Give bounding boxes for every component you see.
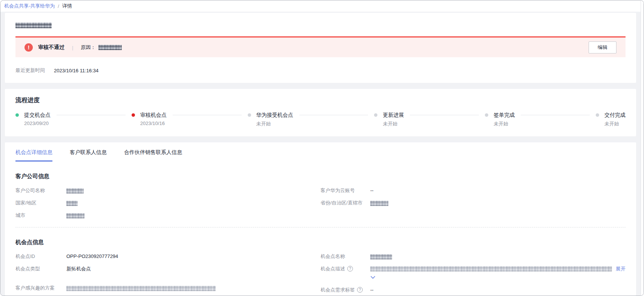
step-connector xyxy=(173,115,242,115)
tab-opportunity-detail[interactable]: 机会点详细信息 xyxy=(15,149,52,162)
last-updated-value: 2023/10/16 11:16:34 xyxy=(54,68,98,73)
step-label: 提交机会点 xyxy=(24,112,51,118)
step-review: 审核机会点 2023/10/16 xyxy=(132,111,167,126)
redacted-country xyxy=(66,201,78,206)
expand-link[interactable]: 展开 xyxy=(616,265,626,273)
reason-label: 原因： xyxy=(81,44,95,51)
step-connector xyxy=(57,115,126,115)
step-huawei-accept: 华为接受机会点 未开始 xyxy=(248,111,293,127)
fields-left-column: 机会点ID OPP-PO230920777294 机会点类型 新拓机会点 客户感… xyxy=(15,253,320,296)
field-label: 客户感兴趣的方案 xyxy=(15,284,66,292)
step-pending-dot-icon xyxy=(248,113,251,117)
row-spacer xyxy=(15,278,320,284)
redacted-company-name xyxy=(66,188,84,194)
redacted-opportunity-name xyxy=(370,254,392,259)
field-label: 客户公司名称 xyxy=(15,187,66,194)
field-company-name: 客户公司名称 xyxy=(15,187,320,194)
breadcrumb-separator: / xyxy=(58,3,59,9)
field-label: 机会点类型 xyxy=(15,265,66,273)
step-current-dot-icon xyxy=(132,113,135,117)
cloud-account-value: -- xyxy=(370,187,626,194)
step-update-progress: 更新进展 未开始 xyxy=(374,111,404,127)
breadcrumb-current: 详情 xyxy=(62,3,72,9)
process-progress-card: 流程进度 提交机会点 2023/09/20 审核机会点 2023/10/16 xyxy=(5,89,636,136)
field-label: 机会点描述 xyxy=(320,265,345,273)
exclamation-icon: ! xyxy=(25,43,33,52)
redacted-description xyxy=(370,266,612,272)
last-updated-row: 最近更新时间 2023/10/16 11:16:34 xyxy=(15,67,626,74)
help-icon[interactable]: ? xyxy=(347,266,353,272)
step-date: 未开始 xyxy=(256,121,293,127)
step-connector xyxy=(410,115,479,115)
breadcrumb: 机会点共享-共享给华为 / 详情 xyxy=(0,0,644,12)
tab-customer-contact[interactable]: 客户联系人信息 xyxy=(70,149,107,162)
step-pending-dot-icon xyxy=(374,113,377,117)
redacted-interested-solution xyxy=(66,286,216,291)
progress-title: 流程进度 xyxy=(15,96,626,104)
progress-steps: 提交机会点 2023/09/20 审核机会点 2023/10/16 xyxy=(15,111,626,127)
field-opportunity-description: 机会点描述 ? 展开 xyxy=(320,265,626,281)
redacted-city xyxy=(66,213,84,218)
step-sign-complete: 签单完成 未开始 xyxy=(485,111,515,127)
chevron-down-icon[interactable] xyxy=(370,276,376,279)
section-divider xyxy=(15,227,626,227)
field-cloud-account: 客户华为云账号 -- xyxy=(320,187,626,194)
demand-tag-value: -- xyxy=(370,286,626,294)
step-connector xyxy=(299,115,368,115)
field-label: 城市 xyxy=(15,212,66,219)
last-updated-label: 最近更新时间 xyxy=(15,67,45,74)
field-label: 机会点需求标签 xyxy=(320,286,355,294)
customer-company-fields: 客户公司名称 国家/地区 城市 客户华为云账号 -- xyxy=(15,187,626,224)
tab-partner-sales-contact[interactable]: 合作伙伴销售联系人信息 xyxy=(124,149,182,162)
step-done-dot-icon xyxy=(15,113,19,117)
page-content: ! 审核不通过 | 原因： 编辑 最近更新时间 2023/10/16 11:16… xyxy=(0,12,644,296)
field-opportunity-id: 机会点ID OPP-PO230920777294 xyxy=(15,253,320,260)
step-date: 未开始 xyxy=(494,121,515,127)
field-country: 国家/地区 xyxy=(15,199,320,207)
opportunity-fields: 机会点ID OPP-PO230920777294 机会点类型 新拓机会点 客户感… xyxy=(15,253,626,296)
edit-button[interactable]: 编辑 xyxy=(589,41,616,53)
redacted-province xyxy=(370,201,388,206)
review-rejected-alert: ! 审核不通过 | 原因： 编辑 xyxy=(15,36,626,57)
summary-card: ! 审核不通过 | 原因： 编辑 最近更新时间 2023/10/16 11:16… xyxy=(5,13,636,83)
field-label: 机会点ID xyxy=(15,253,66,260)
opportunity-type-value: 新拓机会点 xyxy=(66,265,320,273)
opportunity-title-redacted xyxy=(15,23,52,28)
field-label: 省份/自治区/直辖市 xyxy=(320,199,370,207)
field-demand-tag: 机会点需求标签 ? -- xyxy=(320,286,626,294)
opportunity-id-value: OPP-PO230920777294 xyxy=(66,253,320,260)
reason-value-redacted xyxy=(98,45,122,50)
review-status-text: 审核不通过 xyxy=(38,44,64,51)
scrollbar[interactable] xyxy=(641,0,644,296)
detail-tabs: 机会点详细信息 客户联系人信息 合作伙伴销售联系人信息 xyxy=(15,149,626,162)
step-pending-dot-icon xyxy=(485,113,488,117)
step-label: 交付完成 xyxy=(604,112,626,118)
step-label: 签单完成 xyxy=(494,112,515,118)
fields-left-column: 客户公司名称 国家/地区 城市 xyxy=(15,187,320,224)
app-window: 机会点共享-共享给华为 / 详情 ! 审核不通过 | 原因： 编辑 最近更新时间… xyxy=(0,0,644,296)
step-label: 华为接受机会点 xyxy=(256,112,293,118)
field-province: 省份/自治区/直辖市 xyxy=(320,199,626,207)
field-label: 客户华为云账号 xyxy=(320,187,370,194)
step-delivery-complete: 交付完成 未开始 xyxy=(596,111,626,127)
step-date: 未开始 xyxy=(604,121,626,127)
fields-right-column: 客户华为云账号 -- 省份/自治区/直辖市 xyxy=(320,187,626,224)
breadcrumb-link-opportunity-share[interactable]: 机会点共享-共享给华为 xyxy=(4,3,55,9)
opportunity-section-title: 机会点信息 xyxy=(15,239,626,246)
step-connector xyxy=(521,115,590,115)
field-interested-solution: 客户感兴趣的方案 xyxy=(15,284,320,292)
field-opportunity-type: 机会点类型 新拓机会点 xyxy=(15,265,320,273)
help-icon[interactable]: ? xyxy=(357,287,363,293)
step-submit: 提交机会点 2023/09/20 xyxy=(15,111,51,126)
step-label: 审核机会点 xyxy=(140,112,167,118)
alert-divider: | xyxy=(72,45,73,50)
field-label: 机会点名称 xyxy=(320,253,370,260)
step-date: 2023/10/16 xyxy=(140,121,167,126)
step-date: 2023/09/20 xyxy=(24,121,51,126)
step-label: 更新进展 xyxy=(383,112,404,118)
detail-card: 机会点详细信息 客户联系人信息 合作伙伴销售联系人信息 客户公司信息 客户公司名… xyxy=(5,142,636,296)
fields-right-column: 机会点名称 机会点描述 ? 展开 xyxy=(320,253,626,296)
field-city: 城市 xyxy=(15,212,320,219)
field-label: 国家/地区 xyxy=(15,199,66,207)
field-opportunity-name: 机会点名称 xyxy=(320,253,626,260)
